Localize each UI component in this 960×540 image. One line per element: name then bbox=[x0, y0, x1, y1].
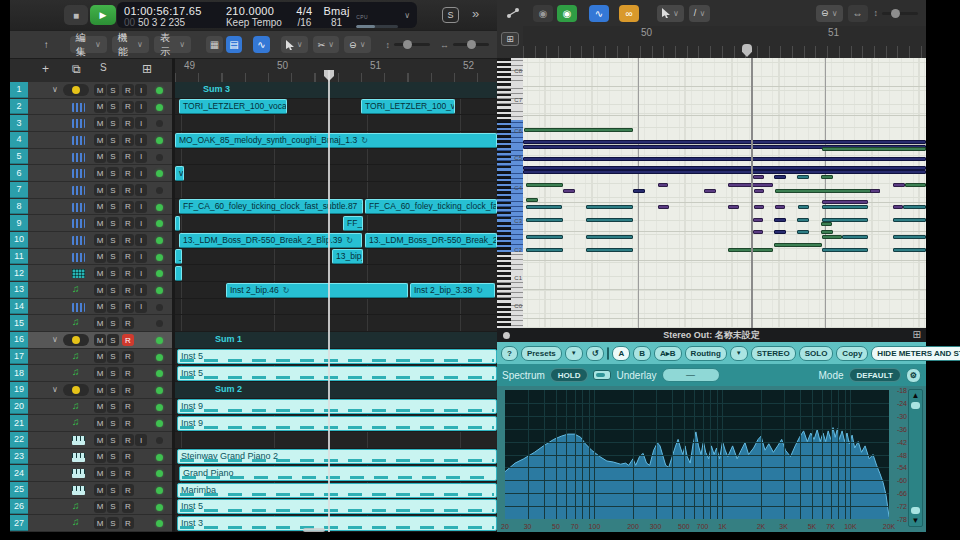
track-lane[interactable] bbox=[175, 182, 497, 199]
pr-snap-menu[interactable]: ⊖∨ bbox=[816, 5, 842, 22]
midi-note[interactable] bbox=[658, 205, 669, 209]
region[interactable]: Grand Piano bbox=[179, 466, 497, 481]
track-lane[interactable]: Inst 9 bbox=[175, 399, 497, 416]
m-button[interactable]: M bbox=[94, 251, 106, 263]
midi-out-icon[interactable]: ◉ bbox=[557, 5, 577, 22]
r-button[interactable]: R bbox=[122, 117, 134, 129]
track-lane[interactable]: FF_C bbox=[175, 215, 497, 232]
track-lane[interactable]: Inst 3 bbox=[175, 515, 497, 532]
track-stack-button[interactable]: ⊞ bbox=[142, 62, 152, 76]
track-header-row[interactable]: 10MSRI bbox=[10, 232, 175, 249]
midi-note[interactable] bbox=[821, 175, 833, 179]
track-led[interactable] bbox=[156, 504, 163, 511]
presets-button[interactable]: Presets bbox=[521, 346, 562, 361]
track-header-row[interactable]: 19∨MSR bbox=[10, 382, 175, 399]
r-button[interactable]: R bbox=[122, 334, 134, 346]
region[interactable]: Inst 3 bbox=[177, 516, 497, 531]
track-lane[interactable] bbox=[175, 432, 497, 449]
track-lane[interactable]: Marimba bbox=[175, 482, 497, 499]
midi-note[interactable] bbox=[526, 205, 562, 209]
midi-note[interactable] bbox=[753, 175, 764, 179]
region[interactable]: _1 bbox=[175, 249, 182, 264]
r-button[interactable]: R bbox=[122, 284, 134, 296]
s-button[interactable]: S bbox=[107, 501, 119, 513]
m-button[interactable]: M bbox=[94, 217, 106, 229]
midi-note[interactable] bbox=[797, 175, 809, 179]
s-button[interactable]: S bbox=[107, 417, 119, 429]
s-button[interactable]: S bbox=[107, 351, 119, 363]
spectrum-toggle[interactable] bbox=[593, 370, 611, 380]
setting-a-button[interactable]: A bbox=[612, 346, 630, 361]
track-led[interactable] bbox=[156, 220, 163, 227]
track-lane[interactable]: ve bbox=[175, 165, 497, 182]
region[interactable]: TORI_LETZLER_100_vocal bbox=[361, 99, 455, 114]
midi-note[interactable] bbox=[822, 147, 926, 151]
track-header-row[interactable]: 6MSRI bbox=[10, 165, 175, 182]
m-button[interactable]: M bbox=[94, 201, 106, 213]
track-header-row[interactable]: 5MSRI bbox=[10, 149, 175, 166]
track-lane[interactable]: Inst 2_bip.46↻Inst 2_bip_3.38↻ bbox=[175, 282, 497, 299]
i-button[interactable]: I bbox=[135, 134, 147, 146]
view-menu[interactable]: 表示∨ bbox=[154, 36, 191, 53]
pr-zoom-slider[interactable]: ↕ bbox=[874, 8, 919, 18]
midi-in-icon[interactable]: ◉ bbox=[533, 5, 553, 22]
pr-pencil-tool[interactable]: /∨ bbox=[689, 5, 710, 22]
s-button[interactable]: S bbox=[107, 517, 119, 529]
track-led[interactable] bbox=[156, 120, 163, 127]
s-button[interactable]: S bbox=[107, 234, 119, 246]
track-sort-button[interactable]: S bbox=[100, 62, 107, 73]
region[interactable]: Inst 5 bbox=[177, 499, 497, 514]
midi-note[interactable] bbox=[774, 230, 786, 234]
track-led[interactable] bbox=[156, 337, 163, 344]
spectrum-plot[interactable] bbox=[505, 390, 889, 519]
track-lane[interactable]: FF_CA_60_foley_ticking_clock_fast_subtle… bbox=[175, 199, 497, 216]
midi-note[interactable] bbox=[822, 248, 868, 252]
track-header-row[interactable]: 18♫MSR bbox=[10, 365, 175, 382]
note-grid[interactable] bbox=[523, 58, 926, 330]
midi-note[interactable] bbox=[586, 218, 633, 222]
s-button[interactable]: S bbox=[107, 251, 119, 263]
m-button[interactable]: M bbox=[94, 401, 106, 413]
grid-view-icon[interactable]: ▦ bbox=[206, 36, 223, 53]
compare-undo-button[interactable]: ↺ bbox=[586, 346, 605, 361]
functions-menu[interactable]: 機能∨ bbox=[112, 36, 149, 53]
track-header-row[interactable]: 26♫MSR bbox=[10, 499, 175, 516]
midi-note[interactable] bbox=[526, 248, 563, 252]
m-button[interactable]: M bbox=[94, 451, 106, 463]
track-led[interactable] bbox=[156, 304, 163, 311]
s-button[interactable]: S bbox=[107, 151, 119, 163]
region[interactable]: Inst 2_bip_3.38↻ bbox=[410, 283, 495, 298]
track-header-row[interactable]: 11MSRI bbox=[10, 249, 175, 266]
control-bar-expand-button[interactable]: » bbox=[472, 6, 479, 21]
secondary-tool[interactable]: ✂∨ bbox=[313, 36, 339, 53]
m-button[interactable]: M bbox=[94, 384, 106, 396]
s-button[interactable]: S bbox=[107, 434, 119, 446]
i-button[interactable]: I bbox=[135, 434, 147, 446]
lcd-dropdown-icon[interactable]: ∨ bbox=[404, 11, 410, 20]
track-lane[interactable]: _113_bip_1 bbox=[175, 249, 497, 266]
s-button[interactable]: S bbox=[107, 301, 119, 313]
region[interactable]: MO_OAK_85_melody_synth_coughi_Bmaj_1.3↻ bbox=[175, 133, 497, 148]
midi-note[interactable] bbox=[903, 205, 926, 209]
midi-note[interactable] bbox=[822, 235, 842, 239]
disclosure-icon[interactable]: ∨ bbox=[52, 85, 58, 94]
routing-button[interactable]: Routing bbox=[685, 346, 727, 361]
i-button[interactable]: I bbox=[135, 217, 147, 229]
track-header-row[interactable]: 1∨MSRI bbox=[10, 82, 175, 99]
s-button[interactable]: S bbox=[107, 117, 119, 129]
edit-menu[interactable]: 編集∨ bbox=[70, 36, 107, 53]
midi-note[interactable] bbox=[798, 205, 809, 209]
track-led[interactable] bbox=[156, 404, 163, 411]
track-lane[interactable]: Inst 5 bbox=[175, 499, 497, 516]
track-header-row[interactable]: 14MSRI bbox=[10, 299, 175, 316]
track-header-row[interactable]: 20♫MSR bbox=[10, 399, 175, 416]
vertical-zoom-slider[interactable]: ↕ bbox=[386, 40, 431, 50]
r-button[interactable]: R bbox=[122, 134, 134, 146]
i-button[interactable]: I bbox=[135, 284, 147, 296]
piano-roll-ruler[interactable]: 5051 bbox=[523, 26, 926, 58]
midi-note[interactable] bbox=[526, 198, 538, 202]
midi-note[interactable] bbox=[821, 230, 833, 234]
link-icon[interactable]: ∞ bbox=[619, 5, 639, 22]
r-button[interactable]: R bbox=[122, 401, 134, 413]
midi-note[interactable] bbox=[586, 235, 633, 239]
